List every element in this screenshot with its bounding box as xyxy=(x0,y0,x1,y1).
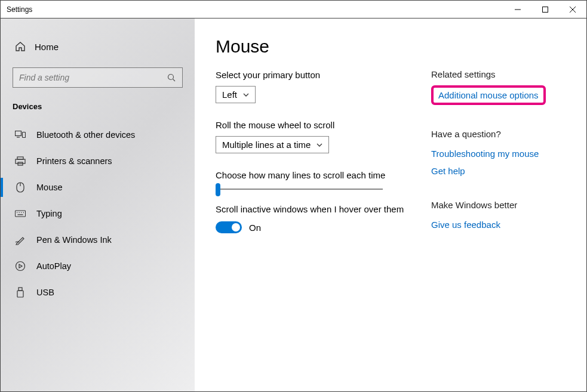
title-bar: Settings xyxy=(1,1,586,18)
get-help-link[interactable]: Get help xyxy=(431,166,568,176)
aside-panel: Related settings Additional mouse option… xyxy=(431,36,568,391)
lines-scroll-slider[interactable] xyxy=(216,189,383,190)
sidebar-item-label: Pen & Windows Ink xyxy=(36,235,112,245)
wheel-scroll-value: Multiple lines at a time xyxy=(222,140,311,150)
svg-rect-7 xyxy=(23,132,26,138)
sidebar-item-label: Mouse xyxy=(36,183,63,192)
troubleshooting-link[interactable]: Troubleshooting my mouse xyxy=(431,149,568,159)
wheel-scroll-select[interactable]: Multiple lines at a time xyxy=(216,136,329,153)
search-field[interactable] xyxy=(19,73,167,82)
chevron-down-icon xyxy=(243,92,249,98)
primary-button-label: Select your primary button xyxy=(216,70,431,80)
sidebar-item-typing[interactable]: Typing xyxy=(1,200,195,227)
svg-rect-9 xyxy=(17,157,23,159)
sidebar-item-label: USB xyxy=(36,288,54,297)
autoplay-icon xyxy=(15,261,26,271)
svg-rect-14 xyxy=(15,211,25,217)
svg-point-18 xyxy=(23,212,24,212)
maximize-button[interactable] xyxy=(531,1,559,18)
lines-scroll-label: Choose how many lines to scroll each tim… xyxy=(216,170,431,180)
slider-thumb[interactable] xyxy=(216,183,220,196)
sidebar-item-label: AutoPlay xyxy=(36,261,71,271)
chevron-down-icon xyxy=(316,142,322,148)
svg-rect-1 xyxy=(543,7,548,12)
sidebar: Home Devices Bluetooth & other devices P… xyxy=(1,18,195,391)
feedback-heading: Make Windows better xyxy=(431,200,568,210)
devices-icon xyxy=(15,129,26,140)
svg-line-5 xyxy=(173,79,176,81)
highlight-annotation: Additional mouse options xyxy=(431,85,546,105)
sidebar-section-title: Devices xyxy=(1,98,195,122)
usb-icon xyxy=(15,287,26,298)
window-title: Settings xyxy=(1,5,32,14)
wheel-scroll-label: Roll the mouse wheel to scroll xyxy=(216,120,431,130)
sidebar-item-bluetooth[interactable]: Bluetooth & other devices xyxy=(1,122,195,148)
home-icon xyxy=(15,41,26,52)
sidebar-item-printers[interactable]: Printers & scanners xyxy=(1,148,195,174)
page-title: Mouse xyxy=(216,36,431,57)
inactive-scroll-label: Scroll inactive windows when I hover ove… xyxy=(216,204,431,214)
sidebar-item-autoplay[interactable]: AutoPlay xyxy=(1,253,195,279)
svg-point-20 xyxy=(16,262,25,271)
feedback-link[interactable]: Give us feedback xyxy=(431,220,568,230)
svg-point-17 xyxy=(21,212,21,212)
toggle-knob xyxy=(232,223,240,232)
keyboard-icon xyxy=(15,208,26,219)
window-controls xyxy=(504,1,586,18)
search-icon xyxy=(167,73,176,82)
sidebar-item-label: Typing xyxy=(36,209,62,218)
sidebar-item-usb[interactable]: USB xyxy=(1,279,195,305)
main-panel: Mouse Select your primary button Left Ro… xyxy=(216,36,431,391)
home-nav[interactable]: Home xyxy=(1,36,195,57)
search-input[interactable] xyxy=(13,67,183,88)
svg-rect-22 xyxy=(19,288,22,291)
primary-button-value: Left xyxy=(222,89,237,100)
sidebar-item-label: Printers & scanners xyxy=(36,156,112,166)
svg-point-4 xyxy=(168,74,174,79)
sidebar-item-pen[interactable]: Pen & Windows Ink xyxy=(1,227,195,253)
svg-rect-10 xyxy=(16,159,25,163)
close-button[interactable] xyxy=(559,1,586,18)
primary-button-select[interactable]: Left xyxy=(216,86,256,103)
svg-point-15 xyxy=(17,212,17,212)
svg-marker-21 xyxy=(19,264,22,268)
home-label: Home xyxy=(35,42,59,52)
pen-icon xyxy=(15,234,26,245)
svg-point-16 xyxy=(19,212,19,212)
question-heading: Have a question? xyxy=(431,129,568,139)
additional-mouse-options-link[interactable]: Additional mouse options xyxy=(438,90,539,100)
svg-rect-6 xyxy=(16,131,21,136)
printer-icon xyxy=(15,156,26,166)
svg-rect-23 xyxy=(17,291,23,297)
inactive-scroll-toggle[interactable] xyxy=(216,221,242,233)
slider-track xyxy=(216,189,383,190)
related-settings-heading: Related settings xyxy=(431,69,568,79)
minimize-button[interactable] xyxy=(504,1,531,18)
toggle-state-label: On xyxy=(249,223,261,233)
sidebar-item-mouse[interactable]: Mouse xyxy=(1,174,195,200)
mouse-icon xyxy=(15,182,26,193)
sidebar-item-label: Bluetooth & other devices xyxy=(36,130,135,140)
